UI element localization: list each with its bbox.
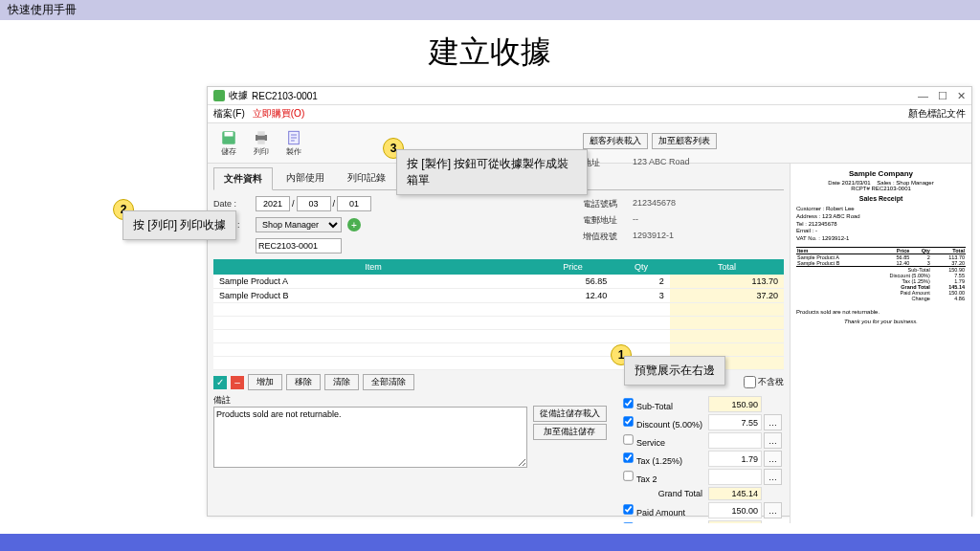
clear-button[interactable]: 清除 (324, 374, 359, 390)
clear-all-button[interactable]: 全部清除 (363, 374, 414, 390)
discount-checkbox[interactable] (623, 416, 633, 426)
customer-info-block: 顧客列表載入 加至顧客列表 地址123 ABC Road 電話號碼2123456… (583, 164, 790, 247)
page-title: 建立收據 (0, 32, 980, 74)
address-value: 123 ABC Road (633, 164, 790, 169)
date-year-input[interactable] (256, 196, 290, 211)
col-item: Item (213, 259, 533, 275)
tab-print-record[interactable]: 列印記錄 (338, 167, 395, 189)
main-panel: 文件資料 內部使用 列印記錄 Date : / / Sales : Shop M… (208, 164, 790, 523)
items-table: Item Price Qty Total Sample Product A 56… (213, 259, 784, 370)
paid-checkbox[interactable] (623, 504, 633, 514)
discount-more-icon[interactable]: … (764, 414, 782, 430)
manual-header: 快速使用手冊 (0, 0, 980, 20)
tax1-checkbox[interactable] (623, 452, 633, 462)
svg-rect-1 (225, 132, 234, 137)
include-icon[interactable]: ✓ (213, 376, 227, 389)
save-button[interactable]: 儲存 (213, 127, 244, 159)
vat-value: 1293912-1 (633, 231, 790, 243)
service-more-icon[interactable]: … (764, 432, 782, 449)
no-tax-checkbox[interactable]: 不含稅 (744, 376, 784, 388)
tax2-checkbox[interactable] (623, 471, 633, 480)
callout-1: 預覽展示在右邊 (624, 356, 725, 386)
footer-band (0, 534, 980, 551)
callout-3: 按 [製作] 按鈕可從收據製作成裝箱單 (396, 149, 588, 195)
tax1-more-icon[interactable]: … (764, 451, 782, 467)
save-remark-button[interactable]: 加至備註儲存 (533, 424, 607, 440)
make-button[interactable]: 製作 (278, 127, 309, 159)
maximize-icon[interactable]: ☐ (938, 90, 947, 102)
delete-row-button[interactable]: 移除 (286, 374, 321, 390)
email-label: 電郵地址 (583, 214, 633, 227)
window-title-id: REC2103-0001 (252, 91, 318, 101)
remarks-label: 備註 (213, 394, 527, 407)
window-title-prefix: 收據 (229, 89, 248, 102)
menubar: 檔案(F) 立即購買(O) 顏色標記文件 (208, 105, 971, 123)
tab-document-info[interactable]: 文件資料 (213, 167, 273, 190)
add-row-button[interactable]: 增加 (248, 374, 282, 390)
col-price: Price (533, 259, 612, 275)
subtotal-checkbox[interactable] (623, 398, 633, 408)
tax2-more-icon[interactable]: … (764, 469, 782, 485)
print-button[interactable]: 列印 (246, 127, 277, 159)
menu-color-tag[interactable]: 顏色標記文件 (908, 107, 966, 121)
totals-table: Sub-Total150.90 Discount (5.00%)7.55… Se… (616, 394, 784, 523)
date-label: Date : (213, 199, 250, 209)
col-qty: Qty (612, 259, 670, 275)
svg-rect-3 (257, 131, 265, 136)
col-total: Total (670, 259, 784, 275)
remarks-textarea[interactable]: Products sold are not returnable. (213, 407, 527, 468)
change-checkbox[interactable] (623, 522, 633, 523)
app-icon (213, 90, 225, 101)
receipt-id-input[interactable] (256, 238, 342, 253)
exclude-icon[interactable]: – (231, 376, 244, 389)
address-label: 地址 (583, 164, 633, 169)
vat-label: 增值稅號 (583, 231, 633, 243)
service-checkbox[interactable] (623, 434, 633, 444)
email-value: -- (633, 214, 790, 227)
menu-buy[interactable]: 立即購買(O) (253, 107, 304, 121)
app-window: 收據 REC2103-0001 — ☐ ✕ 檔案(F) 立即購買(O) 顏色標記… (207, 86, 972, 517)
paid-more-icon[interactable]: … (764, 502, 782, 518)
svg-rect-4 (257, 140, 265, 144)
titlebar: 收據 REC2103-0001 — ☐ ✕ (208, 87, 971, 105)
minimize-icon[interactable]: — (918, 90, 928, 102)
menu-file[interactable]: 檔案(F) (213, 107, 245, 121)
add-sales-icon[interactable]: + (347, 218, 361, 231)
load-remark-button[interactable]: 從備註儲存載入 (533, 406, 607, 422)
sales-select[interactable]: Shop Manager (256, 217, 342, 232)
table-row[interactable]: Sample Product B 12.40 3 37.20 (213, 289, 784, 303)
table-row[interactable]: Sample Product A 56.85 2 113.70 (213, 275, 784, 289)
svg-rect-2 (256, 135, 267, 141)
date-day-input[interactable] (337, 196, 371, 211)
tab-internal-use[interactable]: 內部使用 (277, 167, 334, 189)
phone-label: 電話號碼 (583, 198, 633, 210)
preview-company: Sample Company (796, 169, 966, 178)
callout-2: 按 [列印] 列印收據 (122, 210, 236, 240)
close-icon[interactable]: ✕ (957, 90, 966, 102)
preview-pane: Sample Company Date 2021/03/01 Sales : S… (790, 164, 971, 523)
phone-value: 212345678 (633, 198, 790, 210)
date-month-input[interactable] (297, 196, 331, 211)
